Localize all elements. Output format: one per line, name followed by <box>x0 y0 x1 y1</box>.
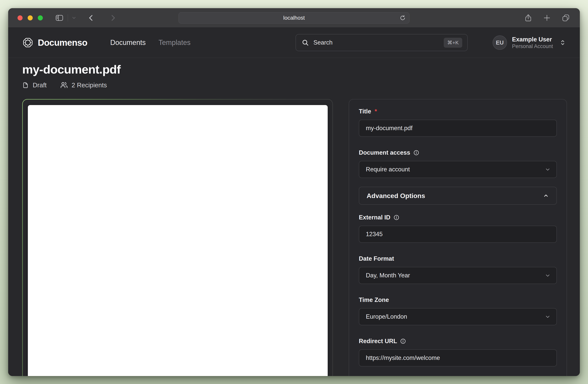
timezone-field-group: Time Zone Europe/London <box>359 296 557 325</box>
search-icon <box>302 39 309 46</box>
account-name: Example User <box>512 36 553 43</box>
brand[interactable]: Documenso <box>22 37 87 49</box>
toolbar-divider <box>68 14 68 21</box>
back-button[interactable] <box>87 14 95 21</box>
title-field-group: Title * <box>359 108 557 137</box>
file-icon <box>22 82 29 89</box>
documenso-app: Documenso Documents Templates Search ⌘+K… <box>8 28 580 376</box>
minimize-window-button[interactable] <box>28 15 33 20</box>
recipients-badge: 2 Recipients <box>60 81 107 89</box>
date-format-select[interactable]: Day, Month Year <box>359 267 557 284</box>
sidebar-toggle-icon[interactable] <box>55 13 64 22</box>
new-tab-icon[interactable] <box>543 14 551 22</box>
share-icon[interactable] <box>524 14 532 22</box>
redirect-url-input[interactable] <box>359 349 557 366</box>
advanced-options-label: Advanced Options <box>367 192 425 200</box>
date-format-field-group: Date Format Day, Month Year <box>359 255 557 284</box>
sidebar-dropdown-chevron-icon[interactable] <box>72 16 76 20</box>
tab-overview-icon[interactable] <box>562 14 570 22</box>
nav-documents[interactable]: Documents <box>110 38 146 47</box>
info-icon[interactable] <box>394 214 399 220</box>
status-badge: Draft <box>22 81 47 89</box>
brand-name: Documenso <box>38 37 87 48</box>
title-label: Title <box>359 108 371 115</box>
timezone-value: Europe/London <box>366 313 407 320</box>
search-input[interactable]: Search ⌘+K <box>295 34 468 51</box>
timezone-select[interactable]: Europe/London <box>359 308 557 325</box>
users-icon <box>60 81 68 89</box>
document-access-label: Document access <box>359 149 410 156</box>
chevron-down-icon <box>545 167 551 172</box>
chevrons-up-down-icon <box>559 39 566 46</box>
timezone-label: Time Zone <box>359 296 389 304</box>
chevron-up-icon <box>543 192 549 199</box>
traffic-lights <box>18 15 43 20</box>
document-preview-card <box>22 99 333 376</box>
pdf-page <box>28 105 328 376</box>
forward-button[interactable] <box>109 14 117 21</box>
external-id-input[interactable] <box>359 226 557 243</box>
access-field-group: Document access Require account <box>359 149 557 178</box>
date-format-value: Day, Month Year <box>366 272 410 279</box>
account-type: Personal Account <box>512 43 553 50</box>
recipients-text: 2 Recipients <box>72 81 107 89</box>
advanced-options-toggle[interactable]: Advanced Options <box>359 187 557 205</box>
document-access-value: Require account <box>366 166 410 173</box>
external-id-field-group: External ID <box>359 214 557 243</box>
required-asterisk: * <box>375 108 377 115</box>
redirect-url-field-group: Redirect URL <box>359 338 557 366</box>
chevron-down-icon <box>545 272 551 278</box>
date-format-label: Date Format <box>359 255 394 262</box>
page-title: my-document.pdf <box>22 62 566 77</box>
nav-templates[interactable]: Templates <box>158 38 190 47</box>
reload-icon[interactable] <box>399 15 406 21</box>
redirect-url-label: Redirect URL <box>359 338 397 345</box>
search-shortcut-badge: ⌘+K <box>444 38 462 48</box>
external-id-label: External ID <box>359 214 390 221</box>
document-preview-inner <box>23 100 332 376</box>
zoom-window-button[interactable] <box>38 15 43 20</box>
close-window-button[interactable] <box>18 15 22 20</box>
main-nav: Documents Templates <box>110 38 190 47</box>
address-bar-url: localhost <box>283 15 305 21</box>
app-header: Documenso Documents Templates Search ⌘+K… <box>8 28 580 58</box>
browser-toolbar: localhost <box>8 8 580 28</box>
chevron-down-icon <box>545 314 551 320</box>
browser-window: localhost <box>8 8 580 376</box>
info-icon[interactable] <box>413 150 419 156</box>
avatar: EU <box>493 35 507 50</box>
title-input[interactable] <box>359 120 557 137</box>
content-area: Title * Document access <box>8 89 580 376</box>
document-settings-panel: Title * Document access <box>349 99 567 376</box>
title-block: my-document.pdf Draft <box>8 58 580 89</box>
info-icon[interactable] <box>400 338 406 344</box>
document-access-select[interactable]: Require account <box>359 161 557 178</box>
search-placeholder: Search <box>314 39 333 46</box>
account-menu[interactable]: EU Example User Personal Account <box>493 35 566 50</box>
address-bar[interactable]: localhost <box>179 12 409 23</box>
documenso-logo-icon <box>22 37 34 49</box>
status-text: Draft <box>33 81 47 89</box>
